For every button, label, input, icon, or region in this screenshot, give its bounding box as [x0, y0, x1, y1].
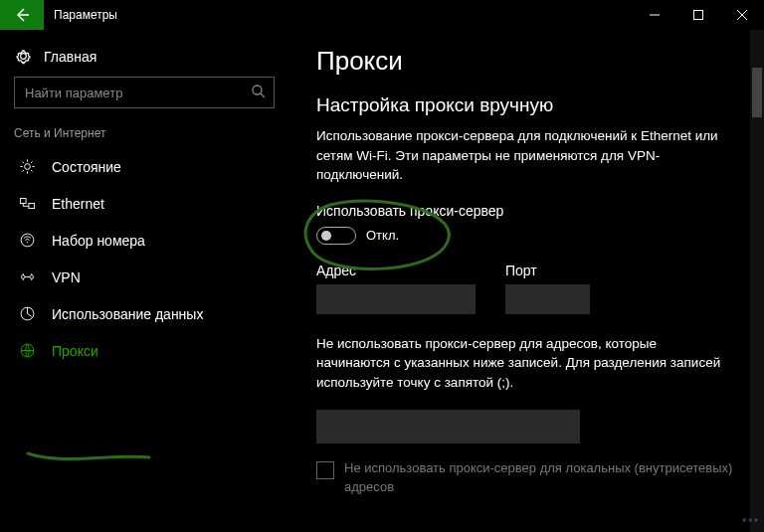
nav-label: Ethernet — [52, 196, 104, 212]
local-bypass-checkbox[interactable] — [316, 461, 334, 479]
scrollbar[interactable] — [750, 30, 764, 532]
search-input[interactable] — [14, 77, 275, 108]
svg-point-7 — [21, 275, 25, 279]
toggle-knob — [321, 231, 331, 241]
minimize-button[interactable] — [633, 0, 676, 30]
nav-label: Набор номера — [52, 233, 145, 249]
gear-icon — [14, 48, 32, 65]
toggle-label: Использовать прокси-сервер — [316, 203, 744, 219]
search-icon — [251, 84, 267, 102]
nav-vpn[interactable]: VPN — [14, 259, 275, 295]
nav-data-usage[interactable]: Использование данных — [14, 295, 275, 332]
maximize-icon — [692, 9, 704, 21]
section-title: Настройка прокси вручную — [316, 94, 744, 116]
exceptions-input[interactable] — [316, 410, 580, 443]
window-title: Параметры — [44, 8, 633, 22]
page-title: Прокси — [316, 46, 744, 77]
svg-rect-3 — [20, 199, 26, 204]
nav-label: VPN — [52, 269, 81, 285]
nav-label: Прокси — [52, 343, 98, 359]
main-content: Прокси Настройка прокси вручную Использо… — [288, 30, 764, 532]
proxy-toggle[interactable] — [316, 227, 356, 245]
nav-status[interactable]: Состояние — [14, 148, 275, 185]
home-link[interactable]: Главная — [14, 40, 275, 77]
globe-icon — [18, 342, 36, 359]
maximize-button[interactable] — [676, 0, 720, 30]
section-header: Сеть и Интернет — [14, 126, 275, 140]
address-input[interactable] — [316, 284, 476, 314]
close-icon — [736, 9, 748, 21]
address-label: Адрес — [316, 263, 476, 278]
data-usage-icon — [18, 305, 36, 322]
back-button[interactable] — [0, 0, 44, 30]
section-description: Использование прокси-сервера для подключ… — [316, 126, 724, 185]
close-button[interactable] — [720, 0, 764, 30]
minimize-icon — [649, 9, 661, 21]
svg-point-5 — [21, 234, 34, 247]
svg-point-2 — [24, 164, 30, 170]
nav-label: Состояние — [52, 159, 121, 175]
ethernet-icon — [18, 195, 36, 212]
home-label: Главная — [44, 49, 96, 65]
nav-proxy[interactable]: Прокси — [14, 332, 275, 369]
checkbox-label: Не использовать прокси-сервер для локаль… — [344, 459, 744, 495]
watermark: *** — [742, 517, 760, 528]
svg-point-8 — [29, 275, 33, 279]
back-arrow-icon — [14, 7, 30, 23]
status-icon — [18, 158, 36, 175]
svg-point-6 — [26, 242, 27, 243]
port-label: Порт — [505, 263, 590, 278]
port-input[interactable] — [505, 284, 590, 314]
toggle-state: Откл. — [366, 228, 399, 243]
nav-ethernet[interactable]: Ethernet — [14, 185, 275, 222]
titlebar: Параметры — [0, 0, 764, 30]
vpn-icon — [18, 268, 36, 285]
nav-dialup[interactable]: Набор номера — [14, 222, 275, 259]
sidebar: Главная Сеть и Интернет Состояние Ethern… — [0, 30, 288, 532]
nav-label: Использование данных — [52, 306, 203, 322]
svg-point-1 — [253, 86, 262, 94]
scroll-thumb[interactable] — [752, 68, 762, 117]
svg-rect-0 — [694, 11, 703, 20]
svg-rect-4 — [28, 204, 34, 209]
dialup-icon — [18, 232, 36, 249]
exceptions-description: Не использовать прокси-сервер для адресо… — [316, 334, 724, 393]
